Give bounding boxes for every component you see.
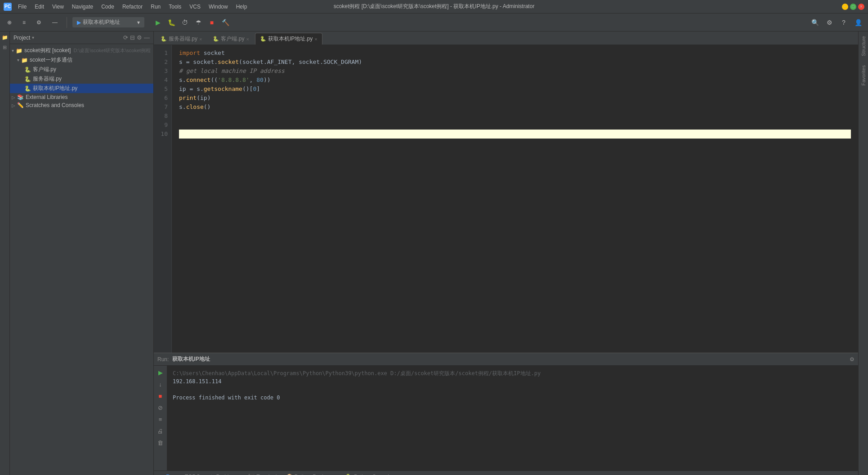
toolbar-minimize-panel[interactable]: — xyxy=(49,18,61,27)
expand-arrow: ▾ xyxy=(12,48,14,53)
tab-get-ip[interactable]: 🐍 获取本机IP地址.py × xyxy=(255,33,322,45)
run-panel-header: Run: 获取本机IP地址 ⚙ xyxy=(154,353,858,366)
tree-item-client[interactable]: 🐍 客户端.py xyxy=(10,65,153,74)
menu-run[interactable]: Run xyxy=(147,2,164,11)
editor-column: 🐍 服务器端.py × 🐍 客户端.py × 🐍 获取本机IP地址.py × xyxy=(154,31,858,475)
profile-widget[interactable]: 👤 xyxy=(852,16,864,29)
packages-tab-label: Python Packages xyxy=(295,474,336,475)
py-file-icon: 🐍 xyxy=(24,67,31,73)
py-file-icon: 🐍 xyxy=(24,85,31,92)
help-button[interactable]: ? xyxy=(837,16,850,29)
tab-todo[interactable]: TODO xyxy=(180,472,205,475)
menu-help[interactable]: Help xyxy=(233,2,251,11)
maximize-button[interactable]: □ xyxy=(850,4,856,10)
left-icon-bar: 📁 ⊞ xyxy=(0,31,10,475)
run-config-icon: ▶ xyxy=(77,19,81,26)
bottom-tabs: ▶ Run TODO ⚠ Problems ⬛ Terminal xyxy=(154,471,858,475)
build-button[interactable]: 🔨 xyxy=(219,16,232,29)
project-minimize-icon[interactable]: — xyxy=(144,34,150,41)
menu-vcs[interactable]: VCS xyxy=(186,2,204,11)
menu-view[interactable]: View xyxy=(49,2,67,11)
tab-terminal[interactable]: ⬛ Terminal xyxy=(243,472,281,475)
menu-edit[interactable]: Edit xyxy=(31,2,48,11)
tab-client[interactable]: 🐍 客户端.py × xyxy=(208,33,254,45)
tree-item-label: External Libraries xyxy=(26,94,67,100)
output-line-cmd: C:\Users\Chenhao\AppData\Local\Programs\… xyxy=(173,369,853,377)
event-log-button[interactable]: ⚠ Event Log xyxy=(818,472,856,475)
favorites-right-icon[interactable]: Favorites xyxy=(860,63,867,88)
run-settings-icon[interactable]: ⚙ xyxy=(850,356,855,363)
tab-label: 获取本机IP地址.py xyxy=(268,35,313,43)
toolbar-right: 🔍 ⚙ ? 👤 xyxy=(809,16,864,29)
run-again-button[interactable]: ▶ xyxy=(156,367,166,377)
run-actions: ▶ 🐛 ⏱ ☂ ■ 🔨 xyxy=(152,16,232,29)
print-button[interactable]: 🖨 xyxy=(156,426,166,436)
menu-window[interactable]: Window xyxy=(205,2,232,11)
close-icon[interactable]: × xyxy=(314,36,317,42)
packages-icon: 📦 xyxy=(286,474,293,475)
tree-item-label: 获取本机IP地址.py xyxy=(33,85,77,92)
tree-item-root[interactable]: ▾ 📁 scoket例程 [scoket] D:\桌面\scoket研究版本\s… xyxy=(10,46,153,55)
right-icon-bar: Structure Favorites xyxy=(858,31,868,475)
tree-item-get-ip[interactable]: 🐍 获取本机IP地址.py xyxy=(10,84,153,93)
project-header: Project ▾ ⟳ ⊟ ⚙ — xyxy=(10,31,153,44)
project-gear-icon[interactable]: ⚙ xyxy=(137,34,142,41)
settings-button[interactable]: ⚙ xyxy=(823,16,836,29)
project-icon[interactable]: 📁 xyxy=(1,33,9,41)
clear-output-button[interactable]: ⊘ xyxy=(156,403,166,412)
menu-navigate[interactable]: Navigate xyxy=(68,2,97,11)
window-title: scoket例程 [D:\桌面\scoket研究版本\scoket例程] - 获… xyxy=(334,3,535,10)
tree-item-label: scoket一对多通信 xyxy=(30,56,72,64)
code-content[interactable]: import sockets = socket.socket(socket.AF… xyxy=(172,45,858,353)
content-area: 📁 ⊞ Project ▾ ⟳ ⊟ ⚙ — ▾ xyxy=(0,31,868,475)
title-bar: PC File Edit View Navigate Code Refactor… xyxy=(0,0,868,13)
structure-icon[interactable]: ⊞ xyxy=(1,43,9,51)
tree-item-scratches[interactable]: ▷ ✏️ Scratches and Consoles xyxy=(10,101,153,109)
close-icon[interactable]: × xyxy=(246,36,249,42)
project-collapse-icon[interactable]: ⊟ xyxy=(130,34,135,41)
run-config-dropdown[interactable]: ▶ 获取本机IP地址 ▾ xyxy=(72,17,144,27)
tab-python-console[interactable]: 🐍 Python Console xyxy=(341,472,397,475)
close-button[interactable]: × xyxy=(858,4,864,10)
stop-button[interactable]: ■ xyxy=(206,16,218,29)
code-editor: 12345 678910 import sockets = socket.soc… xyxy=(154,45,858,353)
expand-arrow: ▷ xyxy=(12,103,15,108)
scroll-down-button[interactable]: ↓ xyxy=(156,379,166,389)
coverage-button[interactable]: ☂ xyxy=(192,16,205,29)
menu-code[interactable]: Code xyxy=(98,2,118,11)
tab-problems[interactable]: ⚠ Problems xyxy=(205,472,243,475)
toolbar-settings[interactable]: ⚙ xyxy=(33,18,45,27)
structure-right-icon[interactable]: Structure xyxy=(860,33,867,59)
tree-item-ext-libs[interactable]: ▷ 📚 External Libraries xyxy=(10,93,153,101)
menu-file[interactable]: File xyxy=(14,2,30,11)
toolbar-new-file[interactable]: ⊕ xyxy=(4,18,15,27)
tree-item-folder-multichat[interactable]: ▾ 📁 scoket一对多通信 xyxy=(10,55,153,65)
tree-item-server[interactable]: 🐍 服务器端.py xyxy=(10,74,153,84)
console-tab-label: Python Console xyxy=(354,474,392,475)
window-controls: − □ × xyxy=(842,4,864,10)
run-tab-name[interactable]: 获取本机IP地址 xyxy=(172,355,210,363)
project-sync-icon[interactable]: ⟳ xyxy=(123,34,128,41)
stop-run-button[interactable]: ■ xyxy=(156,391,166,401)
trash-button[interactable]: 🗑 xyxy=(156,438,166,448)
run-button[interactable]: ▶ xyxy=(152,16,164,29)
toolbar-indent[interactable]: ≡ xyxy=(19,18,29,27)
search-button[interactable]: 🔍 xyxy=(809,16,821,29)
run-output: C:\Users\Chenhao\AppData\Local\Programs\… xyxy=(167,366,858,471)
menu-tools[interactable]: Tools xyxy=(165,2,185,11)
app-logo: PC xyxy=(4,3,12,11)
run-config-name: 获取本机IP地址 xyxy=(83,18,120,26)
scroll-output-button[interactable]: ≡ xyxy=(156,414,166,424)
menu-refactor[interactable]: Refactor xyxy=(119,2,146,11)
profile-button[interactable]: ⏱ xyxy=(179,16,191,29)
tab-server[interactable]: 🐍 服务器端.py × xyxy=(156,33,207,45)
debug-button[interactable]: 🐛 xyxy=(165,16,178,29)
line-numbers: 12345 678910 xyxy=(154,45,172,353)
minimize-button[interactable]: − xyxy=(842,4,848,10)
tab-run[interactable]: ▶ Run xyxy=(156,472,180,475)
tree-item-label: 客户端.py xyxy=(33,66,56,73)
close-icon[interactable]: × xyxy=(199,36,202,42)
menu-bar: File Edit View Navigate Code Refactor Ru… xyxy=(14,2,251,11)
tab-python-packages[interactable]: 📦 Python Packages xyxy=(282,472,341,475)
problems-icon: ⚠ xyxy=(209,474,214,475)
